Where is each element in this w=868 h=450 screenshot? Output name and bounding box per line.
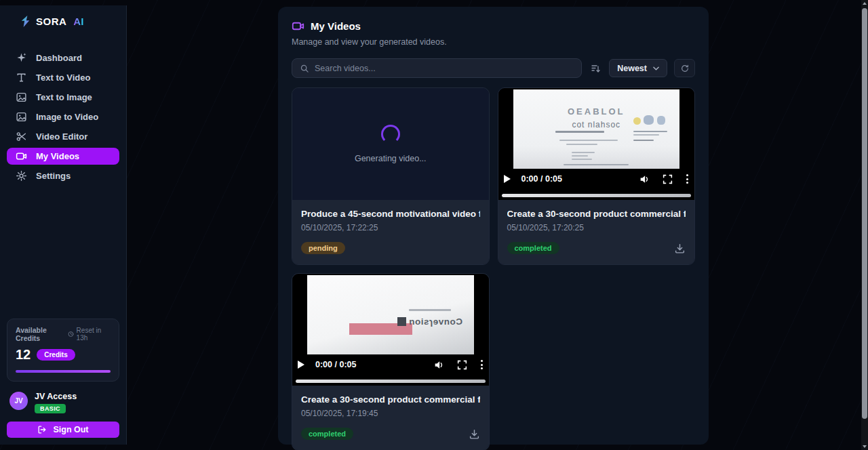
plan-badge: BASIC [35, 404, 66, 413]
brand-suffix: AI [73, 16, 83, 27]
video-date: 05/10/2025, 17:19:45 [301, 409, 480, 418]
brand-name: SORA [36, 16, 66, 27]
player-progress-bar[interactable] [296, 380, 486, 383]
status-badge: completed [507, 242, 559, 254]
sidebar-item-image-to-video[interactable]: Image to Video [7, 108, 119, 125]
sidebar-item-label: My Videos [36, 151, 79, 161]
frame-logo-square [397, 317, 406, 326]
search-box [292, 58, 582, 78]
scrollbar-down-arrow[interactable] [861, 443, 868, 450]
download-button[interactable] [674, 243, 686, 254]
app-window: SORAAI Dashboard Text to Video Text to I… [0, 0, 868, 450]
credits-progress-bar [16, 370, 111, 373]
image-icon [16, 111, 27, 123]
credits-reset-note: Reset in 13h [68, 327, 111, 342]
sidebar: SORAAI Dashboard Text to Video Text to I… [0, 5, 127, 445]
scrollbar-up-arrow[interactable] [861, 0, 868, 7]
video-card-completed[interactable]: OEABLOL cot nlahsoc [498, 87, 696, 265]
page-subtitle: Manage and view your generated videos. [292, 37, 695, 47]
generating-status-text: Generating video... [355, 154, 427, 163]
video-player[interactable]: noiƨɿɘvnoƆ 0:00 / 0:05 [292, 274, 489, 386]
fullscreen-icon[interactable] [662, 173, 673, 185]
sign-out-label: Sign Out [53, 425, 88, 434]
brand-bolt-icon [19, 15, 32, 28]
sidebar-nav: Dashboard Text to Video Text to Image Im… [0, 49, 126, 184]
play-icon[interactable] [503, 174, 511, 184]
search-icon [300, 64, 309, 73]
sidebar-item-settings[interactable]: Settings [7, 167, 119, 184]
sort-selected-value: Newest [617, 64, 647, 73]
logout-icon [37, 425, 47, 434]
sort-icon [590, 63, 601, 74]
player-menu-icon[interactable] [479, 359, 484, 371]
status-badge: pending [301, 242, 345, 254]
frame-figure [633, 115, 669, 141]
user-profile: JV JV Access BASIC [9, 392, 117, 413]
video-card-completed[interactable]: noiƨɿɘvnoƆ 0:00 / 0:05 [292, 273, 490, 450]
loading-spinner-icon [381, 125, 400, 144]
sidebar-item-label: Text to Image [36, 92, 92, 102]
video-date: 05/10/2025, 17:20:25 [507, 223, 686, 232]
credits-value: 12 [16, 347, 31, 363]
clock-icon [68, 331, 74, 338]
sort-order-button[interactable] [589, 62, 602, 75]
refresh-icon [680, 64, 690, 73]
credits-label: Available Credits [16, 326, 68, 342]
player-time: 0:00 / 0:05 [315, 360, 356, 369]
player-controls: 0:00 / 0:05 [297, 355, 484, 374]
video-title: Produce a 45-second motivational video f… [301, 209, 480, 219]
video-title: Create a 30-second product commercial fo… [507, 209, 686, 219]
credits-card: Available Credits Reset in 13h 12 Credit… [7, 319, 119, 382]
sidebar-item-text-to-video[interactable]: Text to Video [7, 69, 119, 86]
video-frame: OEABLOL cot nlahsoc [513, 89, 680, 169]
scrollbar[interactable] [861, 0, 868, 450]
search-input[interactable] [315, 64, 574, 73]
sign-out-button[interactable]: Sign Out [7, 422, 119, 438]
play-icon[interactable] [297, 360, 305, 369]
page-title: My Videos [311, 20, 361, 32]
sidebar-item-dashboard[interactable]: Dashboard [7, 49, 119, 66]
video-date: 05/10/2025, 17:22:25 [301, 223, 480, 232]
player-controls: 0:00 / 0:05 [503, 169, 690, 188]
fullscreen-icon[interactable] [456, 359, 468, 371]
sidebar-item-my-videos[interactable]: My Videos [7, 148, 119, 165]
my-videos-panel: My Videos Manage and view your generated… [278, 7, 709, 445]
text-icon [16, 72, 27, 83]
sidebar-footer: Available Credits Reset in 13h 12 Credit… [0, 319, 126, 438]
video-card-pending[interactable]: Generating video... Produce a 45-second … [292, 87, 490, 265]
frame-text: noiƨɿɘvnoƆ [409, 316, 462, 327]
download-button[interactable] [469, 428, 480, 440]
generating-thumbnail: Generating video... [292, 88, 489, 200]
video-player[interactable]: OEABLOL cot nlahsoc [498, 88, 695, 200]
status-badge: completed [301, 428, 353, 440]
avatar: JV [9, 392, 28, 410]
sidebar-item-label: Dashboard [36, 53, 82, 63]
refresh-button[interactable] [674, 59, 695, 77]
sort-select[interactable]: Newest [609, 59, 667, 77]
download-icon [469, 428, 480, 440]
player-progress-bar[interactable] [502, 194, 692, 197]
scrollbar-thumb[interactable] [862, 8, 867, 419]
player-time: 0:00 / 0:05 [521, 174, 562, 184]
image-icon [16, 91, 27, 103]
sidebar-item-label: Text to Video [36, 73, 90, 83]
credits-unit-badge: Credits [37, 349, 75, 361]
chevron-down-icon [653, 66, 659, 70]
sidebar-item-label: Image to Video [36, 112, 98, 122]
frame-logo: noiƨɿɘvnoƆ [397, 316, 462, 327]
video-camera-icon [16, 150, 27, 162]
gear-icon [16, 170, 27, 182]
toolbar: Newest [292, 58, 695, 78]
sidebar-item-video-editor[interactable]: Video Editor [7, 128, 119, 145]
sidebar-item-label: Settings [36, 171, 71, 181]
volume-icon[interactable] [639, 173, 650, 185]
sidebar-item-text-to-image[interactable]: Text to Image [7, 89, 119, 106]
user-name: JV Access [35, 392, 77, 401]
player-menu-icon[interactable] [685, 173, 690, 185]
sparkles-icon [16, 52, 27, 64]
volume-icon[interactable] [433, 359, 445, 371]
download-icon [674, 243, 686, 254]
scissors-icon [16, 131, 27, 142]
video-frame: noiƨɿɘvnoƆ [307, 275, 474, 354]
video-grid: Generating video... Produce a 45-second … [292, 87, 695, 450]
